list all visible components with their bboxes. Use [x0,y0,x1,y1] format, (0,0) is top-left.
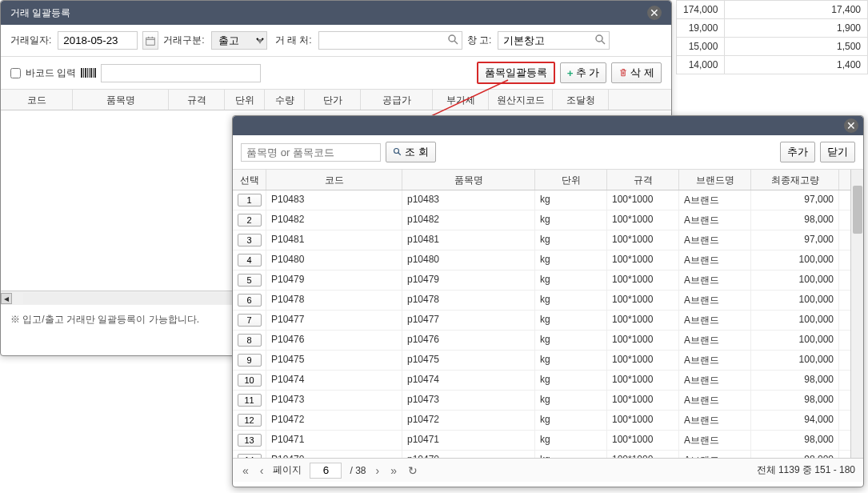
col-vat-header: 부가세 [433,90,489,110]
table-row[interactable]: 4P10480p10480kg100*1000A브랜드100,000 [233,251,850,271]
vendor-input[interactable] [318,31,462,50]
cell-unit: kg [535,230,607,250]
svg-point-9 [596,35,602,42]
cell-unit: kg [535,331,607,350]
vertical-scrollbar[interactable] [850,170,863,458]
select-row-button[interactable]: 8 [238,334,262,347]
table-row[interactable]: 9P10475p10475kg100*1000A브랜드100,000 [233,351,850,371]
first-page-icon[interactable]: « [241,464,250,477]
cell-code: P10479 [266,271,402,290]
dialog-toolbar: 거래일자: 거래구분: 출고 ▾ 거 래 처: 창 고: [1,25,671,57]
cell-name: p10483 [402,190,535,210]
table-row[interactable]: 10P10474p10474kg100*1000A브랜드98,000 [233,371,850,391]
pcol-brand-header: 브랜드명 [679,170,751,190]
select-row-button[interactable]: 1 [238,194,262,206]
select-row-button[interactable]: 6 [238,294,262,307]
next-page-icon[interactable]: › [374,464,381,477]
table-row[interactable]: 6P10478p10478kg100*1000A브랜드100,000 [233,291,850,311]
select-row-button[interactable]: 10 [238,374,262,387]
warehouse-input[interactable] [498,31,610,50]
cell-spec: 100*1000 [607,311,679,330]
popup-footer: « ‹ 페이지 / 38 › » ↻ 전체 1139 중 151 - 180 [233,458,863,482]
item-search-input[interactable] [241,143,381,162]
dialog-header[interactable]: 거래 일괄등록 ✕ [1,1,671,25]
page-input[interactable] [310,463,342,479]
barcode-checkbox[interactable] [10,68,21,78]
cell-code: P10474 [266,371,402,390]
table-row[interactable]: 14P10470p10470kg100*1000A브랜드98,000 [233,451,850,458]
table-row[interactable]: 7P10477p10477kg100*1000A브랜드100,000 [233,311,850,331]
table-row[interactable]: 1P10483p10483kg100*1000A브랜드97,000 [233,190,850,210]
close-icon[interactable]: ✕ [647,6,662,20]
cell-code: P10481 [266,230,402,250]
popup-header[interactable]: ✕ [233,116,863,135]
last-page-icon[interactable]: » [389,464,398,477]
select-row-button[interactable]: 2 [238,214,262,226]
search-icon[interactable] [447,34,460,46]
cell-unit: kg [535,351,607,370]
popup-grid-header: 선택 코드 품목명 단위 규격 브랜드명 최종재고량 [233,170,850,190]
bulk-register-button[interactable]: 품목일괄등록 [477,62,555,84]
select-row-button[interactable]: 5 [238,274,262,287]
pcol-unit-header: 단위 [535,170,607,190]
date-label: 거래일자: [10,34,51,47]
col-spec-header: 규격 [169,90,225,110]
table-row[interactable]: 11P10473p10473kg100*1000A브랜드98,000 [233,391,850,411]
select-row-button[interactable]: 11 [238,394,262,407]
cell-name: p10473 [402,391,535,410]
calendar-icon[interactable] [142,31,158,50]
scroll-left-icon[interactable]: ◂ [1,293,12,304]
table-row: 174,00017,400 [677,1,868,19]
select-row-button[interactable]: 4 [238,254,262,267]
cell-code: P10483 [266,190,402,210]
table-row[interactable]: 8P10476p10476kg100*1000A브랜드100,000 [233,331,850,351]
cell-unit: kg [535,251,607,270]
pcol-select-header: 선택 [233,170,266,190]
add-button[interactable]: + 추 가 [560,62,607,83]
col-price-header: 단가 [305,90,361,110]
cell-code: P10472 [266,411,402,430]
select-row-button[interactable]: 14 [238,454,262,458]
table-row[interactable]: 12P10472p10472kg100*1000A브랜드94,000 [233,411,850,431]
table-row[interactable]: 3P10481p10481kg100*1000A브랜드97,000 [233,230,850,251]
search-button[interactable]: 조 회 [386,142,436,162]
table-row[interactable]: 5P10479p10479kg100*1000A브랜드100,000 [233,271,850,291]
cell: 174,000 [677,1,725,19]
table-row[interactable]: 2P10482p10482kg100*1000A브랜드98,000 [233,210,850,230]
prev-page-icon[interactable]: ‹ [258,464,266,477]
cell-spec: 100*1000 [607,451,679,458]
cell-unit: kg [535,431,607,450]
select-row-button[interactable]: 13 [238,434,262,447]
cell-brand: A브랜드 [679,411,751,430]
cell-code: P10476 [266,331,402,350]
date-input[interactable] [58,31,138,50]
cell-brand: A브랜드 [679,331,751,350]
search-icon[interactable] [594,34,607,46]
refresh-icon[interactable]: ↻ [406,464,419,477]
cell-code: P10473 [266,391,402,410]
select-row-button[interactable]: 7 [238,314,262,327]
close-icon[interactable]: ✕ [844,118,858,133]
type-select[interactable]: 출고 [211,31,267,50]
cell-spec: 100*1000 [607,271,679,290]
select-row-button[interactable]: 3 [238,234,262,246]
table-row[interactable]: 13P10471p10471kg100*1000A브랜드98,000 [233,431,850,451]
cell-stock: 100,000 [751,271,839,290]
cell-name: p10482 [402,210,535,230]
svg-line-10 [602,41,605,44]
select-row-button[interactable]: 12 [238,414,262,427]
delete-button[interactable]: 삭 제 [611,62,662,83]
pcol-spec-header: 규격 [607,170,679,190]
popup-grid-body[interactable]: 1P10483p10483kg100*1000A브랜드97,0002P10482… [233,190,850,458]
popup-add-button[interactable]: 추가 [780,142,815,162]
cell-name: p10480 [402,251,535,270]
select-row-button[interactable]: 9 [238,354,262,367]
cell-brand: A브랜드 [679,210,751,230]
pager: « ‹ 페이지 / 38 › » ↻ [241,463,419,479]
cell: 19,000 [677,19,725,38]
scroll-thumb[interactable] [853,186,862,234]
barcode-input[interactable] [101,64,261,82]
svg-point-13 [394,149,399,154]
cell-spec: 100*1000 [607,230,679,250]
popup-close-button[interactable]: 닫기 [820,142,855,162]
